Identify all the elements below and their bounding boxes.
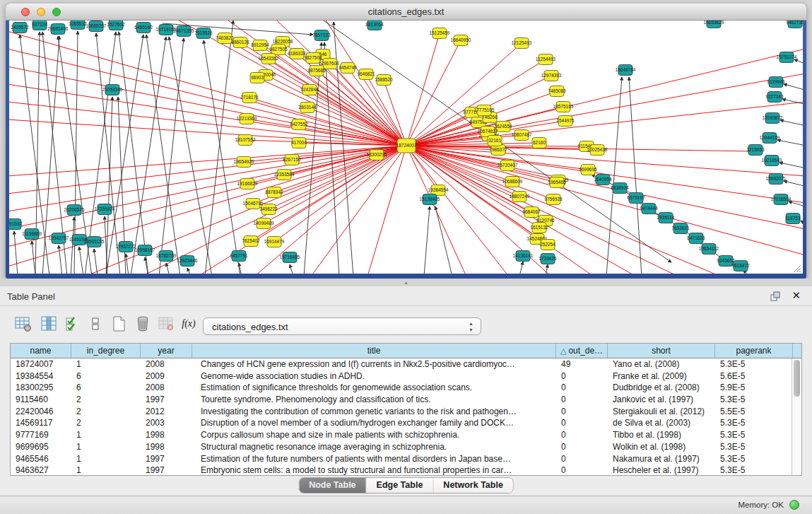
graph-node[interactable]: 12353584	[274, 170, 295, 180]
graph-node[interactable]: 9756928	[544, 194, 563, 205]
graph-node[interactable]: 12093872	[763, 113, 783, 124]
divider-handle[interactable]: ▴	[404, 279, 407, 286]
graph-node[interactable]: 11254493	[536, 54, 556, 65]
tab-edge-table[interactable]: Edge Table	[367, 478, 434, 493]
panel-divider[interactable]: ▴	[0, 279, 812, 286]
graph-node[interactable]: 8838924	[611, 183, 629, 194]
graph-node[interactable]: 16782759	[156, 251, 177, 262]
graph-node[interactable]: 12923446	[177, 256, 198, 267]
vertical-scrollbar[interactable]	[792, 358, 801, 475]
table-row[interactable]: 1830029562008Estimation of significance …	[11, 382, 792, 394]
graph-node[interactable]: 14136141	[513, 251, 534, 262]
graph-node[interactable]: 1588520	[375, 75, 393, 86]
table-row[interactable]: 1456911722003Disruption of a novel membe…	[11, 417, 792, 429]
graph-node[interactable]: 18807249	[510, 192, 530, 202]
graph-node[interactable]: 16648784	[616, 65, 636, 76]
graph-node[interactable]: 15125459	[430, 28, 450, 39]
graph-node[interactable]: 3498222	[259, 204, 278, 215]
graph-node[interactable]: 18107552	[235, 135, 256, 146]
graph-node[interactable]: 10958167	[135, 245, 155, 256]
create-column-icon[interactable]	[14, 315, 33, 333]
graph-node[interactable]: 11156869	[22, 229, 42, 240]
graph-node[interactable]: 9699695	[579, 165, 597, 175]
graph-node[interactable]: 18575165	[553, 102, 574, 112]
graph-node[interactable]: 6679197	[627, 193, 645, 204]
table-row[interactable]: 911546021997Tourette syndrome. Phenomeno…	[11, 394, 792, 406]
graph-node[interactable]: 8267150	[283, 155, 301, 165]
graph-node[interactable]: 9875685	[307, 66, 326, 76]
graph-node[interactable]: 1615132	[530, 223, 548, 233]
graph-node[interactable]: 98903	[250, 73, 264, 83]
network-canvas[interactable]: 7463822886012889129541822605898275058186…	[9, 21, 803, 274]
graph-node[interactable]: 9827508	[304, 53, 322, 64]
graph-node[interactable]: 1065532	[69, 21, 87, 30]
table-row[interactable]: 969969511998Structural magnetic resonanc…	[11, 441, 792, 453]
graph-node[interactable]: 391592	[9, 219, 22, 230]
graph-node[interactable]: 15992071	[766, 174, 787, 185]
column-header-out_degree[interactable]: △out_de…	[556, 344, 608, 358]
table-row[interactable]: 946554611997Estimation of the future num…	[11, 453, 792, 465]
graph-node[interactable]: 12444159	[760, 133, 780, 144]
function-builder-icon[interactable]: f(x)	[178, 315, 199, 333]
graph-node[interactable]: 8860128	[231, 37, 249, 48]
graph-node[interactable]: 12125493	[512, 38, 532, 49]
graph-node[interactable]: 7625402	[242, 236, 260, 247]
graph-node[interactable]: 19654925	[234, 157, 254, 168]
graph-node[interactable]: 9684067	[522, 207, 541, 218]
column-header-title[interactable]: title	[192, 344, 556, 358]
graph-node[interactable]: 10807487	[512, 130, 532, 141]
column-header-name[interactable]: name	[11, 344, 71, 358]
graph-node[interactable]: 1965465	[548, 177, 566, 188]
graph-node[interactable]: 16210643	[762, 156, 782, 166]
graph-node[interactable]: 9129946	[767, 77, 785, 88]
graph-node[interactable]: 15720407	[498, 160, 518, 171]
table-row[interactable]: 946362711997Embryonic stem cells: a mode…	[11, 465, 792, 475]
graph-node[interactable]: 8427552	[290, 119, 308, 130]
table-row[interactable]: 1938455462009Genome-wide association stu…	[11, 370, 792, 382]
column-visibility-icon[interactable]	[40, 315, 58, 333]
graph-node[interactable]: 17016504	[771, 194, 792, 205]
graph-node[interactable]: 1733426	[539, 254, 557, 264]
graph-node[interactable]: 3215953	[746, 145, 765, 156]
graph-node[interactable]: 1640954	[594, 175, 612, 185]
graph-node[interactable]: 16640950	[451, 35, 471, 46]
graph-node[interactable]: 937124	[32, 21, 47, 30]
graph-node[interactable]: 6466160	[134, 23, 153, 33]
graph-node[interactable]: 10025438	[587, 145, 608, 156]
select-all-icon[interactable]	[64, 315, 82, 333]
graph-node[interactable]: 16653829	[704, 21, 724, 28]
graph-node[interactable]: 7485083	[548, 86, 566, 97]
row-height-icon[interactable]	[86, 315, 105, 333]
graph-node[interactable]: 8454749	[339, 63, 357, 74]
graph-node[interactable]: 17359924	[95, 204, 115, 215]
graph-node[interactable]: 252254	[540, 240, 555, 250]
graph-node[interactable]: 2935114	[657, 213, 675, 223]
graph-node[interactable]: 9227343	[765, 92, 784, 103]
graph-node[interactable]: 20691406	[48, 24, 69, 35]
table-row[interactable]: 977716911998Corpus callosum shape and si…	[11, 429, 792, 441]
graph-node[interactable]: 9457791	[230, 251, 248, 262]
graph-node[interactable]: 9474444	[640, 204, 658, 214]
column-header-short[interactable]: short	[608, 344, 715, 358]
tab-node-table[interactable]: Node Table	[299, 478, 366, 493]
scrollbar-thumb[interactable]	[794, 360, 800, 397]
graph-node[interactable]: 9646821	[357, 69, 375, 80]
graph-node[interactable]: 9462735	[786, 21, 803, 28]
column-header-in_degree[interactable]: in_degree	[71, 344, 141, 358]
graph-node[interactable]: 1544975	[556, 116, 575, 127]
column-header-pagerank[interactable]: pagerank	[715, 344, 793, 358]
network-graph[interactable]: 7463822886012889129541822605898275058186…	[9, 21, 803, 274]
graph-node[interactable]: 17957272	[116, 242, 136, 252]
graph-node[interactable]: 118753	[785, 214, 801, 224]
graph-node[interactable]: 8471626	[687, 233, 705, 244]
graph-node[interactable]: 19166829	[237, 179, 258, 189]
graph-node[interactable]: 15751074	[777, 52, 797, 63]
graph-node[interactable]: 9618472	[731, 261, 750, 271]
new-table-icon[interactable]	[110, 315, 128, 333]
graph-node[interactable]: 9242844	[300, 85, 319, 95]
graph-node[interactable]: 8878342	[265, 187, 283, 198]
graph-node[interactable]: 10688609	[502, 177, 523, 187]
float-window-icon[interactable]	[770, 291, 781, 302]
delete-icon[interactable]	[134, 315, 152, 333]
graph-node[interactable]: 16914479	[264, 237, 285, 247]
